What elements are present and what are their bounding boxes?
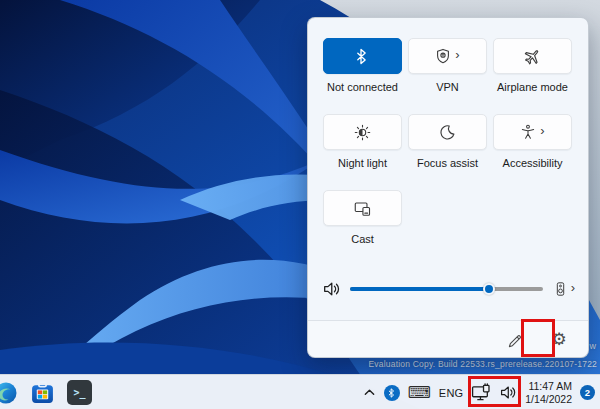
night-light-button[interactable] [323, 114, 402, 150]
settings-button[interactable]: ⚙ [547, 327, 571, 351]
vpn-shield-icon [435, 48, 451, 64]
language-indicator[interactable]: ENG [439, 387, 463, 399]
accessibility-button[interactable]: › [493, 114, 572, 150]
vpn-tile-label: VPN [436, 81, 459, 93]
quick-settings-footer: ⚙ [308, 320, 588, 357]
touch-keyboard-icon[interactable]: ⌨ [408, 385, 431, 401]
focus-assist-button[interactable] [408, 114, 487, 150]
edit-quick-settings-button[interactable] [502, 327, 526, 351]
audio-output-picker[interactable]: › [553, 281, 575, 297]
chevron-right-icon: › [571, 283, 575, 293]
bluetooth-toggle-button[interactable] [323, 38, 402, 74]
volume-slider-thumb[interactable] [483, 283, 495, 295]
volume-row: › [323, 279, 575, 299]
bluetooth-tray-icon[interactable] [384, 385, 400, 401]
quick-settings-panel: Not connected › VPN [307, 17, 589, 358]
volume-tray-icon[interactable] [500, 384, 517, 401]
system-tray: ⌨ ENG [363, 375, 595, 409]
airplane-mode-button[interactable] [493, 38, 572, 74]
cast-icon [354, 200, 371, 217]
desktop: w Evaluation Copy. Build 22533.rs_prerel… [0, 0, 600, 409]
focus-assist-icon [439, 124, 456, 141]
taskbar-app-icons: >_ [0, 375, 92, 409]
show-hidden-icons-button[interactable] [363, 386, 376, 399]
vpn-button[interactable]: › [408, 38, 487, 74]
chevron-right-icon: › [455, 50, 459, 60]
accessibility-icon [520, 124, 536, 140]
clock-date: 1/14/2022 [525, 393, 572, 406]
clock-time: 11:47 AM [525, 380, 572, 393]
microsoft-store-icon[interactable] [30, 380, 55, 405]
gear-icon: ⚙ [551, 331, 566, 348]
speaker-icon[interactable] [323, 280, 341, 298]
night-light-icon [354, 124, 371, 141]
audio-output-device-icon [553, 281, 568, 297]
watermark-fragment: w [590, 341, 597, 351]
chevron-up-icon [363, 386, 376, 399]
cast-button[interactable] [323, 190, 402, 226]
clock[interactable]: 11:47 AM 1/14/2022 [525, 380, 572, 405]
pencil-icon [506, 331, 523, 348]
terminal-icon[interactable]: >_ [67, 380, 92, 405]
volume-slider[interactable] [350, 287, 543, 291]
taskbar: >_ ⌨ ENG [0, 374, 600, 409]
quick-settings-grid: Not connected › VPN [323, 38, 588, 266]
airplane-mode-tile-label: Airplane mode [497, 81, 568, 93]
night-light-tile-label: Night light [338, 157, 387, 169]
bluetooth-tile-label: Not connected [327, 81, 398, 93]
notification-count-badge[interactable]: 2 [580, 385, 595, 400]
airplane-icon [524, 48, 541, 65]
focus-assist-tile-label: Focus assist [417, 157, 478, 169]
chevron-right-icon: › [540, 126, 544, 136]
network-tray-icon[interactable] [471, 383, 492, 402]
bluetooth-icon [354, 48, 371, 65]
cast-tile-label: Cast [351, 233, 374, 245]
edge-browser-icon[interactable] [0, 380, 18, 405]
volume-slider-fill [350, 287, 489, 291]
accessibility-tile-label: Accessibility [503, 157, 563, 169]
evaluation-watermark: Evaluation Copy. Build 22533.rs_prerelea… [369, 359, 598, 369]
